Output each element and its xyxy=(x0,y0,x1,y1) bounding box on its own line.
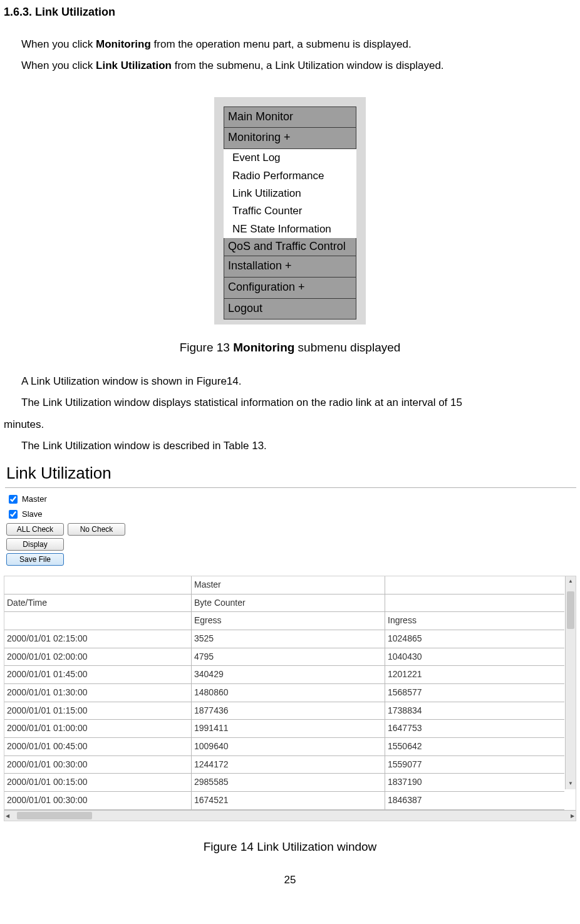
submenu-item-traffic-counter[interactable]: Traffic Counter xyxy=(224,202,356,220)
vertical-scrollbar[interactable] xyxy=(565,576,576,789)
text: When you click xyxy=(21,60,96,71)
menu-item-monitoring[interactable]: Monitoring + xyxy=(224,128,356,149)
cell-egress: 340429 xyxy=(192,666,385,684)
cell-ingress: 1040430 xyxy=(385,648,565,666)
display-button[interactable]: Display xyxy=(6,538,64,551)
text: When you click xyxy=(21,38,96,50)
section-heading: 1.6.3. Link Utilization xyxy=(4,4,576,21)
table-header-row: Master xyxy=(4,576,564,594)
table-wrapper: Master Date/Time Byte Counter Egress Ing… xyxy=(4,576,576,821)
mid-p2b: minutes. xyxy=(4,417,576,433)
text-bold: Monitoring xyxy=(96,38,151,50)
table-row: 2000/01/01 02:15:0035251024865 xyxy=(4,630,564,648)
save-file-button[interactable]: Save File xyxy=(6,553,64,566)
cell-ingress: 1738834 xyxy=(385,702,565,720)
table-row: 2000/01/01 00:15:0029855851837190 xyxy=(4,774,564,792)
table-header-row: Egress Ingress xyxy=(4,612,564,630)
text: from the operation menu part, a submenu … xyxy=(151,38,412,50)
horizontal-scrollbar[interactable] xyxy=(4,810,576,821)
all-check-button[interactable]: ALL Check xyxy=(6,523,64,536)
scrollbar-thumb[interactable] xyxy=(567,591,574,629)
submenu-item-link-utilization[interactable]: Link Utilization xyxy=(224,185,356,202)
cell-egress: 1480860 xyxy=(192,683,385,702)
master-checkbox[interactable] xyxy=(9,495,18,504)
text-bold: Link Utilization xyxy=(96,60,172,71)
table-row: 2000/01/01 00:45:0010096401550642 xyxy=(4,738,564,756)
scrollbar-thumb[interactable] xyxy=(17,812,92,819)
table-row: 2000/01/01 01:45:003404291201221 xyxy=(4,666,564,684)
cell-datetime: 2000/01/01 01:30:00 xyxy=(4,683,192,702)
cell-egress: 1244172 xyxy=(192,755,385,774)
table-row: 2000/01/01 02:00:0047951040430 xyxy=(4,648,564,666)
link-utilization-title: Link Utilization xyxy=(4,457,577,487)
cell-egress: 1991411 xyxy=(192,720,385,738)
figure14-caption: Figure 14 Link Utilization window xyxy=(4,838,576,856)
cell-datetime: 2000/01/01 01:45:00 xyxy=(4,666,192,684)
controls-panel: Master Slave ALL Check No Check Display … xyxy=(4,488,577,569)
mid-p3: The Link Utilization window is described… xyxy=(21,438,576,454)
cell-datetime: 2000/01/01 02:00:00 xyxy=(4,648,192,666)
master-label: Master xyxy=(22,493,47,506)
col-ingress: Ingress xyxy=(385,612,565,630)
submenu-item-radio-performance[interactable]: Radio Performance xyxy=(224,167,356,185)
cell-datetime: 2000/01/01 00:30:00 xyxy=(4,792,192,810)
cell-ingress: 1846387 xyxy=(385,792,565,810)
table-header-row: Date/Time Byte Counter xyxy=(4,594,564,612)
cell-ingress: 1550642 xyxy=(385,738,565,756)
text: submenu displayed xyxy=(294,341,400,354)
text-bold: Monitoring xyxy=(233,341,294,354)
cell-ingress: 1559077 xyxy=(385,755,565,774)
menu-item-logout[interactable]: Logout xyxy=(224,299,356,320)
slave-label: Slave xyxy=(22,508,43,521)
cell-ingress: 1837190 xyxy=(385,774,565,792)
cell-ingress: 1201221 xyxy=(385,666,565,684)
cell-datetime: 2000/01/01 00:15:00 xyxy=(4,774,192,792)
cell-ingress: 1568577 xyxy=(385,683,565,702)
figure14-window: Link Utilization Master Slave ALL Check … xyxy=(4,457,577,821)
cell-egress: 1674521 xyxy=(192,792,385,810)
cell-egress: 1877436 xyxy=(192,702,385,720)
submenu-item-ne-state[interactable]: NE State Information xyxy=(224,221,356,238)
table-row: 2000/01/01 00:30:0012441721559077 xyxy=(4,755,564,774)
text: from the submenu, a Link Utilization win… xyxy=(172,60,444,71)
menu-item-configuration[interactable]: Configuration + xyxy=(224,278,356,299)
menu-item-installation[interactable]: Installation + xyxy=(224,256,356,278)
intro-p2: When you click Link Utilization from the… xyxy=(21,58,576,74)
cell-ingress: 1647753 xyxy=(385,720,565,738)
slave-checkbox[interactable] xyxy=(9,510,18,519)
figure13-menu: Main Monitor Monitoring + Event Log Radi… xyxy=(214,97,366,325)
table-row: 2000/01/01 00:30:0016745211846387 xyxy=(4,792,564,810)
figure13-caption: Figure 13 Monitoring submenu displayed xyxy=(4,338,576,356)
menu-item-main-monitor[interactable]: Main Monitor xyxy=(224,106,356,128)
cell-egress: 2985585 xyxy=(192,774,385,792)
cell-egress: 1009640 xyxy=(192,738,385,756)
mid-p2: The Link Utilization window displays sta… xyxy=(21,395,576,411)
table-row: 2000/01/01 01:15:0018774361738834 xyxy=(4,702,564,720)
intro-p1: When you click Monitoring from the opera… xyxy=(21,36,576,53)
menu-item-qos[interactable]: QoS and Traffic Control xyxy=(224,238,356,256)
text: Figure 13 xyxy=(180,341,234,354)
cell-datetime: 2000/01/01 02:15:00 xyxy=(4,630,192,648)
cell-datetime: 2000/01/01 01:00:00 xyxy=(4,720,192,738)
no-check-button[interactable]: No Check xyxy=(68,523,125,536)
cell-egress: 4795 xyxy=(192,648,385,666)
cell-ingress: 1024865 xyxy=(385,630,565,648)
mid-p1: A Link Utilization window is shown in Fi… xyxy=(21,373,576,390)
table-row: 2000/01/01 01:00:0019914111647753 xyxy=(4,720,564,738)
table-row: 2000/01/01 01:30:0014808601568577 xyxy=(4,683,564,702)
col-egress: Egress xyxy=(192,612,385,630)
cell-datetime: 2000/01/01 00:30:00 xyxy=(4,755,192,774)
cell-egress: 3525 xyxy=(192,630,385,648)
cell-datetime: 2000/01/01 00:45:00 xyxy=(4,738,192,756)
cell-datetime: 2000/01/01 01:15:00 xyxy=(4,702,192,720)
submenu-item-event-log[interactable]: Event Log xyxy=(224,149,356,167)
col-bytecounter: Byte Counter xyxy=(192,594,385,612)
col-master: Master xyxy=(192,576,385,594)
col-datetime: Date/Time xyxy=(4,594,192,612)
page-number: 25 xyxy=(4,872,576,888)
link-utilization-table: Master Date/Time Byte Counter Egress Ing… xyxy=(4,576,564,810)
